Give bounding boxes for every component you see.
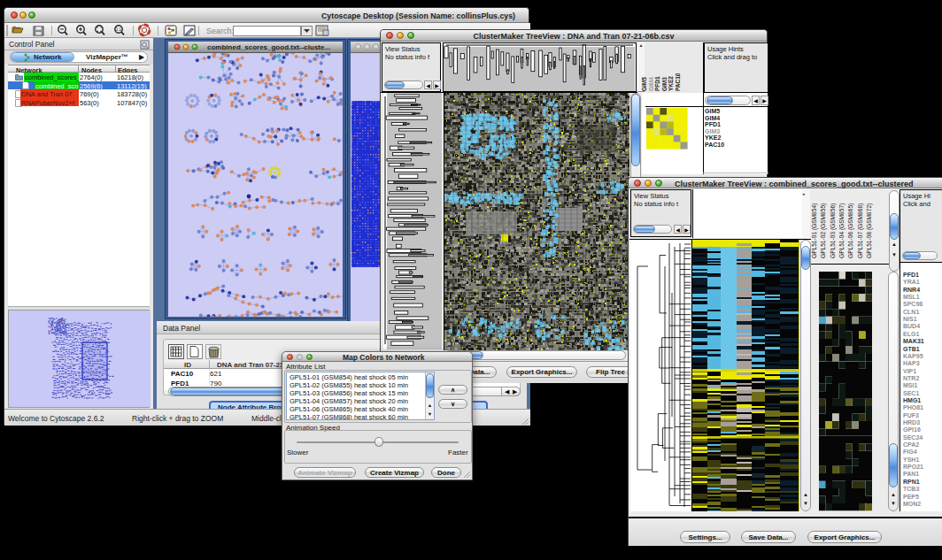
svg-text:Search:: Search: [206, 27, 234, 35]
svg-text:1:1: 1:1 [116, 27, 122, 32]
